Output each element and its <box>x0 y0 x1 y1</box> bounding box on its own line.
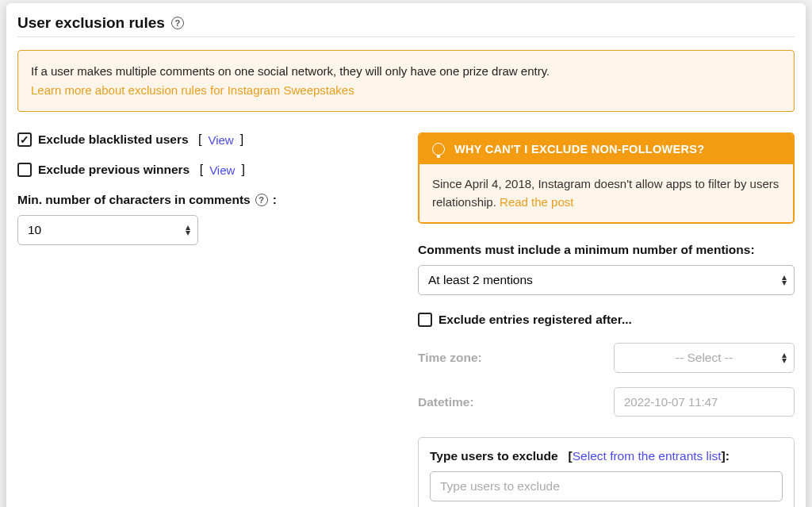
timezone-row: Time zone: -- Select -- ▴▾ <box>418 343 795 373</box>
type-exclude-label: Type users to exclude <box>430 449 558 463</box>
divider <box>17 36 795 37</box>
type-exclude-suffix: : <box>726 449 730 463</box>
datetime-label: Datetime: <box>418 395 614 409</box>
timezone-select[interactable]: -- Select -- <box>614 343 795 373</box>
mentions-select[interactable]: At least 2 mentions <box>418 265 795 295</box>
minchars-select-wrap: 10 ▴▾ <box>17 215 198 245</box>
info-body-text: Since April 4, 2018, Instagram doesn't a… <box>432 177 779 209</box>
select-entrants-link[interactable]: Select from the entrants list <box>573 449 722 463</box>
exclude-previous-label: Exclude previous winners <box>38 163 190 177</box>
type-exclude-title: Type users to exclude [Select from the e… <box>430 449 783 463</box>
nonfollowers-info: WHY CAN'T I EXCLUDE NON-FOLLOWERS? Since… <box>418 133 795 224</box>
datetime-row: Datetime: <box>418 387 795 417</box>
columns: Exclude blacklisted users [View] Exclude… <box>17 133 795 507</box>
type-exclude-box: Type users to exclude [Select from the e… <box>418 437 795 507</box>
bracket-open: [ <box>196 163 203 177</box>
minchars-label: Min. number of characters in comments <box>17 193 251 207</box>
info-read-post-link[interactable]: Read the post <box>500 195 573 209</box>
bulb-icon <box>432 143 445 156</box>
blacklist-view-link[interactable]: View <box>208 133 233 147</box>
notice-text: If a user makes multiple comments on one… <box>31 64 550 78</box>
notice-link[interactable]: Learn more about exclusion rules for Ins… <box>31 83 354 97</box>
minchars-select[interactable]: 10 <box>17 215 198 245</box>
mentions-label: Comments must include a minimum number o… <box>418 243 795 257</box>
notice-banner: If a user makes multiple comments on one… <box>17 50 795 112</box>
bracket-open: [ <box>195 133 202 147</box>
help-icon[interactable]: ? <box>171 17 184 29</box>
timezone-select-wrap: -- Select -- ▴▾ <box>614 343 795 373</box>
previous-view-link[interactable]: View <box>209 163 235 177</box>
info-body: Since April 4, 2018, Instagram doesn't a… <box>419 164 793 222</box>
timezone-label: Time zone: <box>418 351 614 365</box>
info-header: WHY CAN'T I EXCLUDE NON-FOLLOWERS? <box>419 134 793 164</box>
user-exclusion-card: User exclusion rules ? If a user makes m… <box>6 3 806 507</box>
bracket-open: [ <box>561 449 573 463</box>
title-text: User exclusion rules <box>17 14 165 32</box>
type-exclude-input[interactable] <box>430 471 783 501</box>
minchars-suffix: : <box>273 193 277 207</box>
section-title: User exclusion rules ? <box>17 14 795 32</box>
exclude-after-label: Exclude entries registered after... <box>439 313 632 327</box>
mentions-select-wrap: At least 2 mentions ▴▾ <box>418 265 795 295</box>
minchars-label-row: Min. number of characters in comments ? … <box>17 193 394 207</box>
exclude-blacklisted-label: Exclude blacklisted users <box>38 133 189 147</box>
bracket-close: ] <box>240 133 243 147</box>
exclude-blacklisted-checkbox[interactable] <box>17 133 32 147</box>
info-header-text: WHY CAN'T I EXCLUDE NON-FOLLOWERS? <box>454 143 704 156</box>
exclude-blacklisted-row: Exclude blacklisted users [View] <box>17 133 394 147</box>
exclude-previous-row: Exclude previous winners [View] <box>17 163 394 177</box>
left-column: Exclude blacklisted users [View] Exclude… <box>17 133 394 507</box>
exclude-previous-checkbox[interactable] <box>17 163 32 177</box>
datetime-input[interactable] <box>614 387 795 417</box>
exclude-after-row: Exclude entries registered after... <box>418 313 795 327</box>
minchars-help-icon[interactable]: ? <box>255 194 268 206</box>
bracket-close: ] <box>241 163 244 177</box>
right-column: WHY CAN'T I EXCLUDE NON-FOLLOWERS? Since… <box>418 133 795 507</box>
exclude-after-checkbox[interactable] <box>418 313 432 327</box>
